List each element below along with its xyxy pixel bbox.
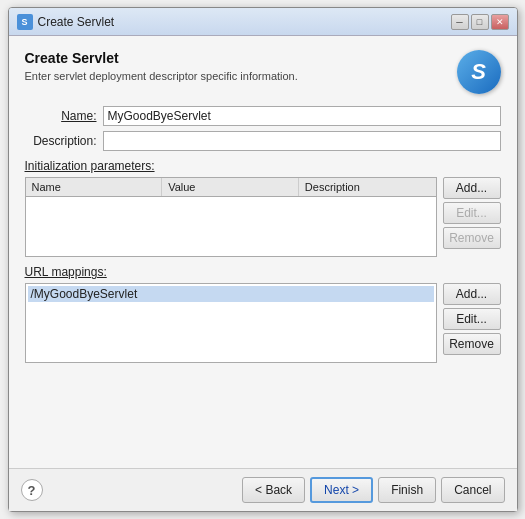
- table-header: Name Value Description: [26, 178, 436, 197]
- list-item[interactable]: /MyGoodByeServlet: [28, 286, 434, 302]
- back-button[interactable]: < Back: [242, 477, 305, 503]
- init-params-area: Name Value Description Add... Edit... Re…: [25, 177, 501, 257]
- init-params-table: Name Value Description: [25, 177, 437, 257]
- header-section: Create Servlet Enter servlet deployment …: [25, 50, 501, 94]
- form-section: Name: Description:: [25, 106, 501, 151]
- url-remove-button[interactable]: Remove: [443, 333, 501, 355]
- col-name: Name: [26, 178, 163, 196]
- url-mappings-area: /MyGoodByeServlet Add... Edit... Remove: [25, 283, 501, 363]
- col-value: Value: [162, 178, 299, 196]
- title-controls: ─ □ ✕: [451, 14, 509, 30]
- header-text: Create Servlet Enter servlet deployment …: [25, 50, 298, 82]
- init-remove-button[interactable]: Remove: [443, 227, 501, 249]
- description-row: Description:: [25, 131, 501, 151]
- init-params-label: Initialization parameters:: [25, 159, 501, 173]
- name-label: Name:: [25, 109, 97, 123]
- help-button[interactable]: ?: [21, 479, 43, 501]
- next-button[interactable]: Next >: [310, 477, 373, 503]
- cancel-button[interactable]: Cancel: [441, 477, 504, 503]
- bottom-right: < Back Next > Finish Cancel: [242, 477, 504, 503]
- table-body: [26, 197, 436, 253]
- logo-icon: S: [457, 50, 501, 94]
- title-bar-left: S Create Servlet: [17, 14, 115, 30]
- init-params-section: Initialization parameters: Name Value De…: [25, 159, 501, 265]
- content-area: Create Servlet Enter servlet deployment …: [9, 36, 517, 468]
- page-title: Create Servlet: [25, 50, 298, 66]
- init-params-buttons: Add... Edit... Remove: [443, 177, 501, 257]
- url-mappings-section: URL mappings: /MyGoodByeServlet Add... E…: [25, 265, 501, 371]
- main-window: S Create Servlet ─ □ ✕ Create Servlet En…: [8, 7, 518, 512]
- init-add-button[interactable]: Add...: [443, 177, 501, 199]
- bottom-left: ?: [21, 479, 43, 501]
- minimize-button[interactable]: ─: [451, 14, 469, 30]
- url-list[interactable]: /MyGoodByeServlet: [25, 283, 437, 363]
- col-description: Description: [299, 178, 436, 196]
- window-title: Create Servlet: [38, 15, 115, 29]
- name-row: Name:: [25, 106, 501, 126]
- maximize-button[interactable]: □: [471, 14, 489, 30]
- name-input[interactable]: [103, 106, 501, 126]
- finish-button[interactable]: Finish: [378, 477, 436, 503]
- url-mappings-buttons: Add... Edit... Remove: [443, 283, 501, 363]
- url-add-button[interactable]: Add...: [443, 283, 501, 305]
- url-mappings-label: URL mappings:: [25, 265, 501, 279]
- title-bar: S Create Servlet ─ □ ✕: [9, 8, 517, 36]
- close-button[interactable]: ✕: [491, 14, 509, 30]
- url-edit-button[interactable]: Edit...: [443, 308, 501, 330]
- description-input[interactable]: [103, 131, 501, 151]
- description-label: Description:: [25, 134, 97, 148]
- page-description: Enter servlet deployment descriptor spec…: [25, 70, 298, 82]
- init-edit-button[interactable]: Edit...: [443, 202, 501, 224]
- window-icon: S: [17, 14, 33, 30]
- bottom-bar: ? < Back Next > Finish Cancel: [9, 468, 517, 511]
